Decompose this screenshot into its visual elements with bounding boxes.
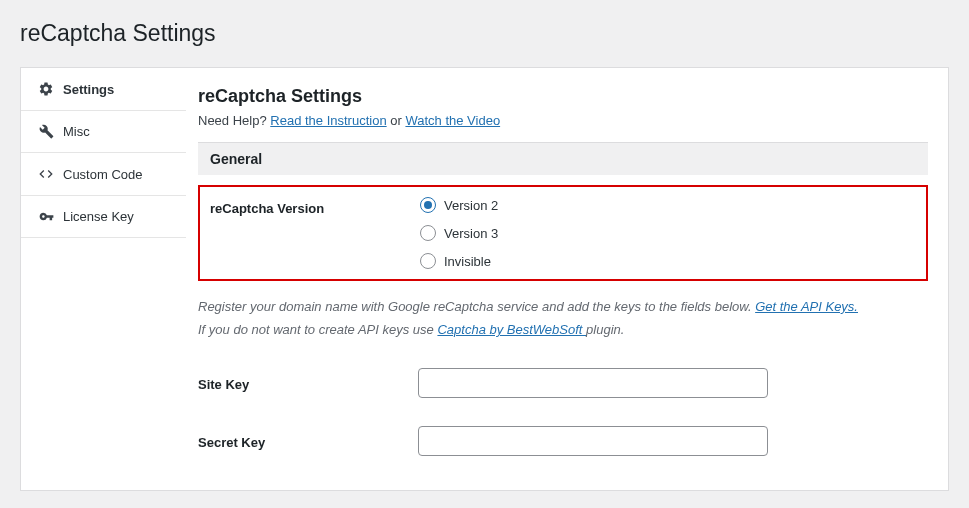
help-prefix: Need Help? [198,113,270,128]
sidebar-item-label: License Key [63,209,134,224]
radio-version-3[interactable]: Version 3 [420,225,926,241]
description-text: Register your domain name with Google re… [198,295,928,342]
radio-input-invisible[interactable] [420,253,436,269]
key-icon [37,209,55,224]
radio-input-v2[interactable] [420,197,436,213]
code-icon [37,166,55,182]
version-label: reCaptcha Version [200,197,420,216]
desc-text-1: Register your domain name with Google re… [198,299,755,314]
version-highlight-box: reCaptcha Version Version 2 Version 3 [198,185,928,281]
get-api-keys-link[interactable]: Get the API Keys. [755,299,858,314]
radio-input-v3[interactable] [420,225,436,241]
desc-text-2b: plugin. [586,322,624,337]
watch-video-link[interactable]: Watch the Video [405,113,500,128]
version-radio-group: Version 2 Version 3 Invisible [420,197,926,269]
wrench-icon [37,124,55,139]
gear-icon [37,81,55,97]
desc-text-2a: If you do not want to create API keys us… [198,322,437,337]
section-header-general: General [198,143,928,175]
radio-invisible[interactable]: Invisible [420,253,926,269]
site-key-label: Site Key [198,373,418,392]
sidebar-item-label: Custom Code [63,167,142,182]
read-instruction-link[interactable]: Read the Instruction [270,113,386,128]
secret-key-label: Secret Key [198,431,418,450]
page-title: reCaptcha Settings [20,20,949,47]
radio-label: Invisible [444,254,491,269]
content-title: reCaptcha Settings [198,86,928,107]
radio-label: Version 3 [444,226,498,241]
radio-label: Version 2 [444,198,498,213]
settings-panel: Settings Misc Custom Code License Key re… [20,67,949,491]
sidebar-item-misc[interactable]: Misc [21,111,186,153]
sidebar-item-label: Misc [63,124,90,139]
help-or: or [387,113,406,128]
secret-key-input[interactable] [418,426,768,456]
sidebar-item-label: Settings [63,82,114,97]
site-key-input[interactable] [418,368,768,398]
radio-version-2[interactable]: Version 2 [420,197,926,213]
sidebar-item-custom-code[interactable]: Custom Code [21,153,186,196]
sidebar-item-settings[interactable]: Settings [21,68,186,111]
content-area: reCaptcha Settings Need Help? Read the I… [186,68,948,490]
sidebar-item-license-key[interactable]: License Key [21,196,186,238]
settings-tabs-sidebar: Settings Misc Custom Code License Key [21,68,186,490]
captcha-plugin-link[interactable]: Captcha by BestWebSoft [437,322,586,337]
help-line: Need Help? Read the Instruction or Watch… [198,113,928,128]
